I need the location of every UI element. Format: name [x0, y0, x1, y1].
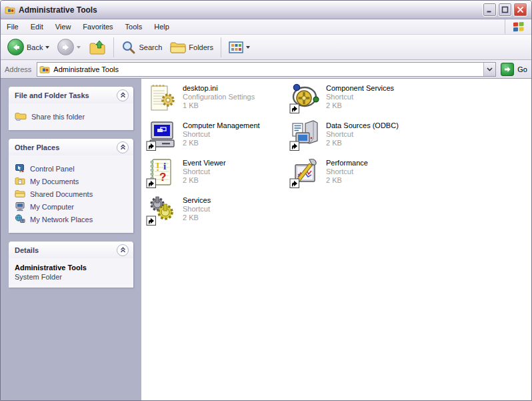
close-button[interactable]	[513, 3, 527, 17]
task-label: My Computer	[30, 202, 74, 211]
menu-file[interactable]: File	[1, 19, 25, 34]
other-places-header[interactable]: Other Places	[9, 139, 133, 155]
file-name: Services	[183, 196, 211, 205]
go-button[interactable]	[501, 63, 514, 76]
back-label: Back	[27, 43, 43, 51]
shortcut-arrow-overlay	[147, 216, 156, 226]
file-name: desktop.ini	[183, 84, 255, 93]
forward-button[interactable]	[55, 37, 83, 57]
file-folder-tasks-panel: File and Folder Tasks Share this folder	[9, 87, 133, 130]
file-tile-performance[interactable]: Performance Shortcut 2 KB	[289, 157, 433, 194]
back-button[interactable]: Back	[5, 37, 52, 57]
my-documents-link[interactable]: My Documents	[15, 175, 127, 186]
collapse-button[interactable]	[117, 244, 129, 256]
task-label: Shared Documents	[30, 189, 93, 198]
file-size: 2 KB	[183, 214, 211, 222]
my-network-places-link[interactable]: My Network Places	[15, 214, 127, 224]
menu-view[interactable]: View	[49, 19, 77, 34]
file-tile-data-sources-odbc[interactable]: Data Sources (ODBC) Shortcut 2 KB	[289, 119, 433, 157]
chevron-up-icon	[120, 144, 126, 150]
task-pane-sidebar: File and Folder Tasks Share this folder	[1, 79, 141, 400]
chevron-up-icon	[120, 247, 126, 253]
maximize-button[interactable]	[498, 3, 512, 17]
task-label: My Network Places	[30, 215, 93, 224]
task-label: My Documents	[30, 177, 79, 185]
go-arrow-icon	[503, 65, 511, 73]
panel-title: Details	[15, 246, 39, 254]
shortcut-arrow-overlay	[290, 104, 299, 113]
file-tile-component-services[interactable]: Component Services Shortcut 2 KB	[289, 82, 433, 119]
shared-documents-icon	[15, 188, 25, 199]
search-icon	[121, 40, 136, 55]
computer-management-icon	[146, 119, 178, 151]
go-label: Go	[517, 65, 527, 73]
file-type: Shortcut	[183, 167, 226, 176]
menu-edit[interactable]: Edit	[25, 19, 49, 34]
other-places-panel: Other Places Control Panel	[9, 139, 133, 233]
control-panel-link[interactable]: Control Panel	[15, 163, 127, 173]
up-button[interactable]	[86, 38, 109, 57]
up-folder-icon	[89, 39, 106, 55]
my-computer-icon	[15, 201, 25, 212]
title-bar[interactable]: Administrative Tools	[1, 1, 531, 19]
menu-bar: File Edit View Favorites Tools Help	[1, 19, 531, 35]
views-button[interactable]	[226, 40, 253, 55]
back-dropdown-caret[interactable]	[45, 46, 49, 49]
file-tile-computer-management[interactable]: Computer Management Shortcut 2 KB	[146, 119, 289, 157]
file-tile-desktop-ini[interactable]: desktop.ini Configuration Settings 1 KB	[146, 82, 289, 119]
views-dropdown-caret[interactable]	[246, 46, 250, 49]
folders-button[interactable]: Folders	[167, 39, 216, 55]
menu-tools[interactable]: Tools	[119, 19, 149, 34]
explorer-window: Administrative Tools File Edit View Favo…	[0, 0, 532, 401]
folders-icon	[170, 41, 186, 54]
panel-title: Other Places	[15, 143, 59, 151]
file-folder-tasks-header[interactable]: File and Folder Tasks	[9, 87, 133, 103]
file-size: 1 KB	[183, 101, 255, 110]
file-type: Shortcut	[326, 167, 368, 176]
file-list-area[interactable]: desktop.ini Configuration Settings 1 KB	[141, 79, 531, 400]
details-header[interactable]: Details	[9, 242, 133, 258]
task-label: Share this folder	[31, 112, 85, 121]
shared-documents-link[interactable]: Shared Documents	[15, 188, 127, 199]
my-computer-link[interactable]: My Computer	[15, 201, 127, 212]
address-combo[interactable]: Administrative Tools	[37, 62, 496, 77]
file-type: Shortcut	[183, 205, 211, 214]
file-size: 2 KB	[326, 176, 368, 185]
file-name: Event Viewer	[183, 159, 226, 167]
file-name: Component Services	[326, 84, 394, 93]
file-type: Shortcut	[183, 130, 260, 139]
address-label: Address	[5, 65, 31, 73]
address-bar: Address Administrative Tools Go	[1, 60, 531, 79]
search-button[interactable]: Search	[119, 39, 165, 56]
details-item-type: System Folder	[15, 273, 127, 281]
my-documents-icon	[15, 175, 25, 186]
toolbar-separator	[113, 37, 114, 57]
file-size: 2 KB	[183, 176, 226, 185]
shortcut-arrow-overlay	[290, 179, 299, 188]
address-value[interactable]: Administrative Tools	[53, 65, 483, 73]
file-type: Shortcut	[326, 93, 394, 101]
address-folder-icon	[39, 64, 50, 75]
data-sources-odbc-icon	[289, 119, 321, 151]
chevron-up-icon	[120, 92, 126, 98]
collapse-button[interactable]	[117, 141, 129, 153]
share-this-folder-link[interactable]: Share this folder	[15, 111, 127, 121]
minimize-button[interactable]	[483, 3, 497, 17]
control-panel-icon	[15, 163, 25, 173]
chevron-down-icon	[487, 67, 493, 71]
window-icon	[5, 5, 15, 15]
details-item-name: Administrative Tools	[15, 264, 127, 272]
event-viewer-icon: ! i ?	[146, 157, 178, 189]
file-name: Data Sources (ODBC)	[326, 121, 399, 130]
window-title: Administrative Tools	[19, 5, 483, 15]
address-dropdown-button[interactable]	[483, 63, 495, 76]
collapse-button[interactable]	[117, 89, 129, 101]
back-icon	[7, 39, 24, 55]
file-size: 2 KB	[183, 139, 260, 147]
menu-favorites[interactable]: Favorites	[77, 19, 119, 34]
forward-dropdown-caret[interactable]	[77, 46, 81, 49]
svg-text:?: ?	[159, 171, 166, 183]
file-tile-services[interactable]: Services Shortcut 2 KB	[146, 194, 289, 232]
menu-help[interactable]: Help	[148, 19, 175, 34]
file-tile-event-viewer[interactable]: ! i ? Event Viewer Shortcut 2 KB	[146, 157, 289, 194]
